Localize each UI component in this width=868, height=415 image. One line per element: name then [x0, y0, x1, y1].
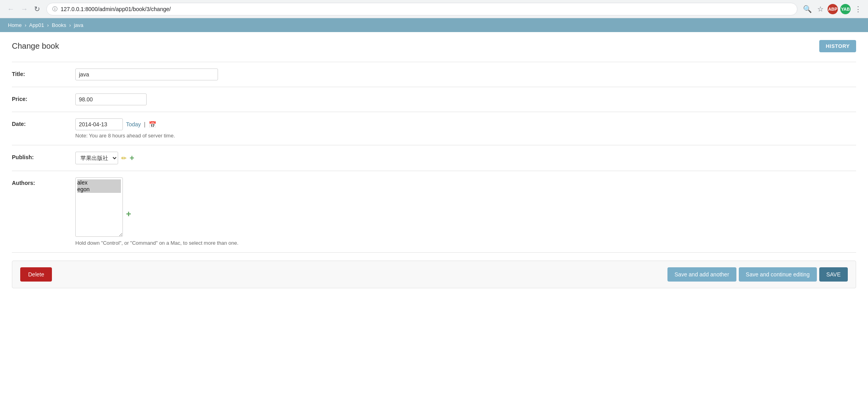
- title-input[interactable]: [75, 69, 218, 80]
- title-field: [75, 69, 856, 80]
- date-row-content: Today | 📅: [75, 118, 856, 130]
- main-content: Change book HISTORY Title: Price: Date: …: [0, 32, 868, 296]
- price-label: Price:: [12, 93, 75, 102]
- authors-field: alex egon + Hold down "Control", or "Com…: [75, 177, 856, 246]
- breadcrumb-bar: Home › App01 › Books › java: [0, 18, 868, 32]
- history-button[interactable]: HISTORY: [819, 40, 856, 52]
- publish-row-content: 苹果出版社 北京出版社 上海出版社 ✏ +: [75, 152, 856, 164]
- breadcrumb-home[interactable]: Home: [8, 22, 22, 28]
- save-add-another-button[interactable]: Save and add another: [667, 267, 736, 282]
- price-row: Price:: [12, 87, 856, 112]
- browser-actions: 🔍 ☆ ABP YAB ⋮: [801, 3, 863, 15]
- publish-select[interactable]: 苹果出版社 北京出版社 上海出版社: [75, 152, 118, 164]
- avatar-yab[interactable]: YAB: [840, 4, 851, 14]
- save-continue-editing-button[interactable]: Save and continue editing: [739, 267, 817, 282]
- authors-select[interactable]: alex egon: [75, 177, 123, 237]
- authors-note: Hold down "Control", or "Command" on a M…: [75, 240, 856, 246]
- authors-add-icon[interactable]: +: [126, 209, 131, 219]
- lock-icon: ⓘ: [52, 6, 57, 13]
- breadcrumb-app01[interactable]: App01: [29, 22, 44, 28]
- price-field: [75, 93, 856, 105]
- date-input[interactable]: [75, 118, 123, 130]
- authors-row-content: alex egon +: [75, 177, 856, 237]
- avatar-abp[interactable]: ABP: [828, 4, 838, 14]
- title-label: Title:: [12, 69, 75, 77]
- page-header: Change book HISTORY: [12, 40, 856, 52]
- date-row: Date: Today | 📅 Note: You are 8 hours ah…: [12, 112, 856, 145]
- publish-label: Publish:: [12, 152, 75, 160]
- breadcrumb-current: java: [74, 22, 83, 28]
- publish-edit-icon[interactable]: ✏: [121, 154, 126, 162]
- menu-button[interactable]: ⋮: [853, 3, 863, 15]
- page-title: Change book: [12, 42, 59, 51]
- forward-button[interactable]: →: [18, 4, 30, 14]
- save-button[interactable]: SAVE: [819, 267, 848, 282]
- title-row: Title:: [12, 62, 856, 87]
- action-bar: Delete Save and add another Save and con…: [12, 261, 856, 288]
- date-note: Note: You are 8 hours ahead of server ti…: [75, 133, 856, 139]
- reload-button[interactable]: ↻: [32, 4, 42, 14]
- breadcrumb-sep-1: ›: [25, 22, 26, 28]
- date-field: Today | 📅 Note: You are 8 hours ahead of…: [75, 118, 856, 139]
- bookmark-button[interactable]: ☆: [816, 3, 825, 15]
- breadcrumb-sep-3: ›: [69, 22, 71, 28]
- price-input[interactable]: [75, 93, 147, 105]
- date-separator: |: [144, 121, 145, 128]
- date-label: Date:: [12, 118, 75, 127]
- publish-add-icon[interactable]: +: [130, 154, 134, 162]
- search-button[interactable]: 🔍: [801, 3, 813, 15]
- calendar-icon[interactable]: 📅: [149, 121, 157, 128]
- browser-chrome: ← → ↻ ⓘ 127.0.0.1:8000/admin/app01/book/…: [0, 0, 868, 18]
- address-bar[interactable]: ⓘ 127.0.0.1:8000/admin/app01/book/3/chan…: [46, 3, 797, 15]
- breadcrumb-books[interactable]: Books: [52, 22, 66, 28]
- back-button[interactable]: ←: [5, 4, 17, 14]
- url-text: 127.0.0.1:8000/admin/app01/book/3/change…: [61, 6, 792, 12]
- form-container: Title: Price: Date: Today | 📅 Note:: [12, 62, 856, 253]
- publish-field: 苹果出版社 北京出版社 上海出版社 ✏ +: [75, 152, 856, 164]
- nav-buttons: ← → ↻: [5, 4, 42, 14]
- authors-label: Authors:: [12, 177, 75, 186]
- breadcrumb-sep-2: ›: [47, 22, 49, 28]
- delete-button[interactable]: Delete: [20, 267, 52, 282]
- today-link[interactable]: Today: [126, 121, 141, 128]
- save-actions: Save and add another Save and continue e…: [667, 267, 848, 282]
- publish-row: Publish: 苹果出版社 北京出版社 上海出版社 ✏ +: [12, 145, 856, 171]
- authors-row: Authors: alex egon + Hold down "Control"…: [12, 171, 856, 253]
